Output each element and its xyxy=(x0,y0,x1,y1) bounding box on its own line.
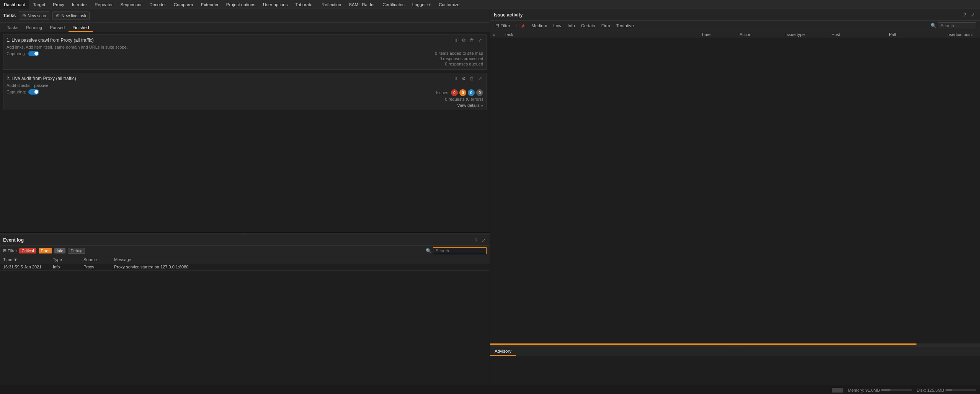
nav-item-intruder[interactable]: Intruder xyxy=(68,0,91,9)
issue-col-time[interactable]: Time xyxy=(701,32,740,37)
issue-filter-certain[interactable]: Certain xyxy=(580,23,597,28)
task-2-delete-btn[interactable]: 🗑 xyxy=(469,75,475,82)
task-2-settings-btn[interactable]: ⚙ xyxy=(461,75,467,82)
task-2-view-details[interactable]: View details » xyxy=(436,103,483,108)
event-log-help-btn[interactable]: ? xyxy=(474,237,479,244)
issue-progress-bar xyxy=(490,343,980,345)
col-message[interactable]: Message xyxy=(114,257,487,262)
nav-item-proxy[interactable]: Proxy xyxy=(49,0,68,9)
issue-filter-info[interactable]: Info xyxy=(566,23,576,28)
badge-error[interactable]: Error xyxy=(39,248,52,253)
issue-col-task[interactable]: Task xyxy=(505,32,701,37)
badge-critical[interactable]: Critical xyxy=(19,248,36,253)
nav-item-certificates[interactable]: Certificates xyxy=(379,0,408,9)
issue-filter-low[interactable]: Low xyxy=(552,23,563,28)
task-item-2: 2. Live audit from Proxy (all traffic) ⏸… xyxy=(3,73,487,110)
main-content: Tasks ⊕ New scan ⊕ New live task Tasks R… xyxy=(0,9,980,386)
issue-filter-firm[interactable]: Firm xyxy=(600,23,612,28)
nav-item-project-options[interactable]: Project options xyxy=(222,0,259,9)
nav-item-user-options[interactable]: User options xyxy=(259,0,292,9)
col-type[interactable]: Type xyxy=(53,257,83,262)
task-2-desc: Audit checks - passive xyxy=(7,83,483,88)
nav-item-sequencer[interactable]: Sequencer xyxy=(117,0,146,9)
nav-item-extender[interactable]: Extender xyxy=(197,0,222,9)
event-log-section: Event log ? ⤢ ⊟ Filter Critical Error In… xyxy=(0,235,490,386)
issue-col-host[interactable]: Host xyxy=(831,32,889,37)
nav-item-target[interactable]: Target xyxy=(29,0,49,9)
event-log-filter-label[interactable]: ⊟ Filter xyxy=(3,248,17,253)
issue-col-action[interactable]: Action xyxy=(740,32,786,37)
issue-filter-icon: ⊟ xyxy=(495,23,499,28)
issue-badge-blue: 0 xyxy=(468,89,475,96)
issue-filter-high[interactable]: High xyxy=(515,23,527,28)
issue-filter-label[interactable]: ⊟ Filter xyxy=(494,23,512,29)
nav-item-saml-raider[interactable]: SAML Raider xyxy=(345,0,379,9)
task-2-issues: Issues: 0 0 0 0 xyxy=(436,89,483,96)
event-log-body: 16:31:59 5 Jan 2021 Info Proxy Proxy ser… xyxy=(0,263,490,386)
task-2-expand-btn[interactable]: ⤢ xyxy=(477,75,483,82)
tasks-body: 1. Live passive crawl from Proxy (all tr… xyxy=(0,32,490,232)
task-1-capture-toggle[interactable] xyxy=(28,51,39,56)
tasks-tab-running[interactable]: Running xyxy=(22,24,46,32)
nav-item-reflection[interactable]: Reflection xyxy=(318,0,345,9)
status-bar: Memory: 91.0MB Disk: 125.6MB xyxy=(0,386,980,394)
issue-col-insertion[interactable]: Insertion point xyxy=(946,32,977,37)
issue-progress-fill xyxy=(490,343,916,345)
task-2-pause-btn[interactable]: ⏸ xyxy=(452,75,459,82)
nav-item-decoder[interactable]: Decoder xyxy=(145,0,170,9)
advisory-tab[interactable]: Advisory xyxy=(490,347,516,356)
issue-search-icon: 🔍 xyxy=(931,23,936,28)
task-1-delete-btn[interactable]: 🗑 xyxy=(469,37,475,43)
task-1-capturing: Capturing: xyxy=(7,51,39,56)
nav-item-repeater[interactable]: Repeater xyxy=(91,0,116,9)
task-1-expand-btn[interactable]: ⤢ xyxy=(477,37,483,43)
new-scan-button[interactable]: ⊕ New scan xyxy=(19,11,49,20)
issue-col-num[interactable]: # xyxy=(493,32,505,37)
issue-col-type[interactable]: Issue type xyxy=(786,32,831,37)
task-1-stats: 0 items added to site map 0 responses pr… xyxy=(435,51,483,67)
col-time[interactable]: Time ▼ xyxy=(3,257,53,262)
event-log-table-header: Time ▼ Type Source Message xyxy=(0,256,490,263)
issue-activity-expand-btn[interactable]: ⤢ xyxy=(970,11,976,18)
task-1-pause-btn[interactable]: ⏸ xyxy=(452,37,459,43)
right-panel: Issue activity ? ⤢ ⊟ Filter High Medium … xyxy=(490,9,980,386)
task-2-capturing-label: Capturing: xyxy=(7,90,26,94)
task-2-capture-toggle[interactable] xyxy=(28,89,39,95)
tasks-tab-paused[interactable]: Paused xyxy=(46,24,69,32)
task-1-settings-btn[interactable]: ⚙ xyxy=(461,37,467,43)
memory-bar-inner xyxy=(881,389,890,391)
issue-filter-medium[interactable]: Medium xyxy=(530,23,549,28)
tasks-section: Tasks ⊕ New scan ⊕ New live task Tasks R… xyxy=(0,9,490,233)
task-2-capturing: Capturing: xyxy=(7,89,39,95)
event-time: 16:31:59 5 Jan 2021 xyxy=(3,265,53,269)
new-scan-label: New scan xyxy=(28,13,46,18)
nav-item-comparer[interactable]: Comparer xyxy=(170,0,197,9)
issue-activity-help-btn[interactable]: ? xyxy=(962,11,967,18)
task-1-capturing-label: Capturing: xyxy=(7,51,26,56)
event-log-row-0: 16:31:59 5 Jan 2021 Info Proxy Proxy ser… xyxy=(0,263,490,271)
event-log-search-input[interactable] xyxy=(433,247,487,254)
memory-bar xyxy=(881,389,912,391)
issue-activity-controls: ? ⤢ xyxy=(962,11,976,18)
event-log-search: 🔍 xyxy=(426,247,487,254)
badge-info[interactable]: Info xyxy=(54,248,66,253)
issue-search-input[interactable] xyxy=(938,22,976,29)
tasks-tab-finished[interactable]: Finished xyxy=(69,24,93,32)
advisory-section: Advisory xyxy=(490,347,980,386)
event-message: Proxy service started on 127.0.0.1:8080 xyxy=(114,265,487,269)
issue-filter-tentative[interactable]: Tentative xyxy=(615,23,635,28)
task-2-controls: ⏸ ⚙ 🗑 ⤢ xyxy=(452,75,483,82)
event-log-expand-btn[interactable]: ⤢ xyxy=(480,237,487,244)
task-1-stat-2: 0 responses queued xyxy=(435,62,483,66)
col-source[interactable]: Source xyxy=(83,257,114,262)
nav-item-taborator[interactable]: Taborator xyxy=(292,0,318,9)
badge-debug[interactable]: Debug xyxy=(68,248,85,254)
nav-item-logger[interactable]: Logger++ xyxy=(408,0,435,9)
issue-filter-bar: ⊟ Filter High Medium Low Info Certain Fi… xyxy=(490,21,980,31)
nav-item-customizer[interactable]: Customizer xyxy=(435,0,465,9)
issue-col-path[interactable]: Path xyxy=(889,32,946,37)
nav-item-dashboard[interactable]: Dashboard xyxy=(0,0,29,9)
tasks-tab-tasks[interactable]: Tasks xyxy=(3,24,22,32)
event-source: Proxy xyxy=(83,265,114,269)
new-live-task-button[interactable]: ⊕ New live task xyxy=(52,11,90,20)
